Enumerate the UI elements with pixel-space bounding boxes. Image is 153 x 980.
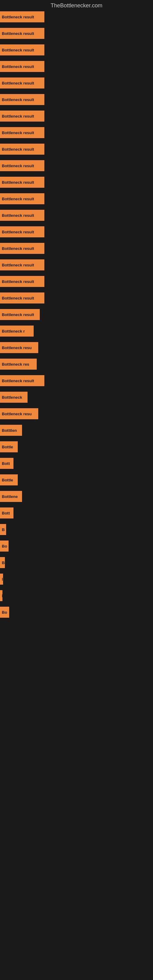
bar-row-20: Bottleneck resu — [0, 342, 153, 359]
bar-gap-34 — [0, 585, 153, 590]
bar-label-6: Bottleneck result — [2, 114, 34, 119]
bar-row-2: Bottleneck result — [0, 45, 153, 61]
bar-label-0: Bottleneck result — [2, 15, 34, 19]
bar-row-22: Bottleneck result — [0, 375, 153, 392]
bar-row-16: Bottleneck result — [0, 276, 153, 293]
bar-gap-20 — [0, 353, 153, 359]
bar-row-10: Bottleneck result — [0, 177, 153, 193]
bar-31: B — [0, 524, 6, 535]
bar-label-20: Bottleneck resu — [2, 345, 32, 350]
bar-label-23: Bottleneck — [2, 395, 22, 400]
bar-label-25: Botttlen — [2, 428, 17, 433]
bar-row-6: Bottleneck result — [0, 111, 153, 127]
bar-24: Bottleneck resu — [0, 408, 38, 419]
bar-row-15: Bottleneck result — [0, 259, 153, 276]
bar-28: Bottle — [0, 474, 18, 485]
bar-row-25: Botttlen — [0, 425, 153, 441]
bar-19: Bottleneck r — [0, 326, 33, 337]
bar-17: Bottleneck result — [0, 293, 45, 304]
bar-row-33: B — [0, 557, 153, 574]
bar-34: I — [0, 574, 3, 585]
bar-label-26: Bottle — [2, 445, 13, 449]
bar-gap-4 — [0, 89, 153, 94]
bar-gap-11 — [0, 204, 153, 210]
bar-row-19: Bottleneck r — [0, 326, 153, 342]
bar-gap-28 — [0, 485, 153, 491]
bar-row-8: Bottleneck result — [0, 144, 153, 160]
bar-label-29: Bottlene — [2, 494, 18, 499]
bar-label-7: Bottleneck result — [2, 130, 34, 135]
bar-label-18: Bottleneck result — [2, 312, 34, 317]
bar-row-14: Bottleneck result — [0, 243, 153, 259]
bar-gap-6 — [0, 122, 153, 127]
bar-gap-30 — [0, 519, 153, 524]
bar-row-5: Bottleneck result — [0, 94, 153, 111]
bar-2: Bottleneck result — [0, 45, 45, 56]
bar-row-11: Bottleneck result — [0, 193, 153, 210]
bar-gap-18 — [0, 320, 153, 326]
bar-0: Bottleneck result — [0, 11, 45, 22]
bar-label-27: Bott — [2, 461, 10, 466]
bar-22: Bottleneck result — [0, 375, 45, 386]
bar-label-9: Bottleneck result — [2, 164, 34, 168]
bar-label-11: Bottleneck result — [2, 197, 34, 201]
bar-row-23: Bottleneck — [0, 392, 153, 408]
bar-label-15: Bottleneck result — [2, 263, 34, 267]
bar-14: Bottleneck result — [0, 243, 45, 254]
bar-row-9: Bottleneck result — [0, 160, 153, 177]
bar-16: Bottleneck result — [0, 276, 45, 287]
bar-row-32: Bo — [0, 541, 153, 557]
bar-row-21: Bottleneck res — [0, 359, 153, 375]
bars-container: Bottleneck resultBottleneck resultBottle… — [0, 11, 153, 618]
bar-15: Bottleneck result — [0, 259, 45, 270]
bar-label-35: I — [2, 593, 2, 598]
bar-11: Bottleneck result — [0, 193, 45, 204]
bar-row-0: Bottleneck result — [0, 11, 153, 28]
bar-label-31: B — [2, 527, 5, 532]
bar-32: Bo — [0, 541, 9, 552]
bar-row-3: Bottleneck result — [0, 61, 153, 78]
bar-1: Bottleneck result — [0, 28, 45, 39]
bar-label-28: Bottle — [2, 478, 13, 482]
bar-gap-15 — [0, 270, 153, 276]
bar-label-22: Bottleneck result — [2, 379, 34, 383]
bar-label-24: Bottleneck resu — [2, 412, 32, 416]
bar-gap-13 — [0, 237, 153, 243]
bar-row-29: Bottlene — [0, 491, 153, 508]
bar-row-35: I — [0, 590, 153, 607]
bar-label-33: B — [2, 560, 5, 565]
bar-29: Bottlene — [0, 491, 22, 502]
bar-label-4: Bottleneck result — [2, 81, 34, 86]
bar-label-16: Bottleneck result — [2, 279, 34, 284]
bar-label-21: Bottleneck res — [2, 362, 29, 367]
bar-25: Botttlen — [0, 425, 22, 436]
bar-gap-17 — [0, 304, 153, 309]
bar-row-12: Bottleneck result — [0, 210, 153, 226]
bar-label-17: Bottleneck result — [2, 296, 34, 301]
bar-gap-8 — [0, 155, 153, 160]
bar-12: Bottleneck result — [0, 210, 45, 221]
bar-9: Bottleneck result — [0, 160, 45, 171]
bar-label-12: Bottleneck result — [2, 213, 34, 218]
bar-gap-31 — [0, 535, 153, 541]
bar-row-18: Bottleneck result — [0, 309, 153, 326]
bar-20: Bottleneck resu — [0, 342, 38, 353]
bar-row-24: Bottleneck resu — [0, 408, 153, 425]
bar-label-32: Bo — [2, 544, 7, 549]
bar-13: Bottleneck result — [0, 226, 45, 237]
bar-label-3: Bottleneck result — [2, 64, 34, 69]
bar-26: Bottle — [0, 441, 18, 452]
bar-label-14: Bottleneck result — [2, 246, 34, 251]
bar-gap-33 — [0, 568, 153, 574]
bar-row-36: Bo — [0, 607, 153, 618]
bar-gap-2 — [0, 56, 153, 61]
bar-33: B — [0, 557, 5, 568]
bar-gap-0 — [0, 22, 153, 28]
bar-row-28: Bottle — [0, 474, 153, 491]
bar-gap-29 — [0, 502, 153, 508]
bar-label-34: I — [2, 577, 3, 582]
bar-gap-22 — [0, 386, 153, 392]
bar-row-31: B — [0, 524, 153, 541]
bar-7: Bottleneck result — [0, 127, 45, 138]
bar-21: Bottleneck res — [0, 359, 37, 370]
